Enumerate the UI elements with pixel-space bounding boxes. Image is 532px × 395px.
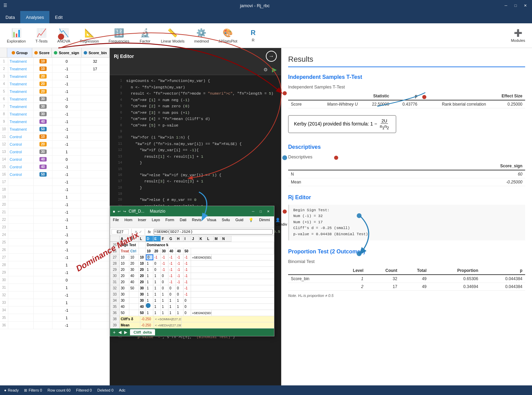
cell-33-b[interactable] — [129, 291, 139, 297]
toolbar-jjstatsplot[interactable]: 🎨 JJStatsPlot — [214, 25, 241, 46]
toolbar-modules[interactable]: ➕ Modules — [507, 25, 529, 46]
cell-29-h[interactable]: -1 — [176, 267, 184, 273]
cell-30-f[interactable]: 0 — [161, 273, 168, 279]
cell-36-g[interactable]: 1 — [168, 310, 176, 316]
cell-36-d[interactable]: 1 — [146, 310, 153, 316]
cell-28-b[interactable]: 20 — [129, 261, 139, 266]
excel-close-btn[interactable]: ✕ — [265, 208, 271, 214]
toolbar-regression[interactable]: 📐 Regression — [76, 25, 103, 46]
cell-31-i[interactable]: -1 — [184, 279, 191, 285]
cell-31-g[interactable]: -1 — [168, 279, 176, 285]
cell-35-h[interactable]: 1 — [176, 304, 184, 310]
cell-32-e[interactable]: 1 — [153, 285, 161, 291]
rj-settings-btn[interactable]: ⚙ — [263, 67, 268, 72]
excel-menu-data[interactable]: Dati — [177, 216, 189, 228]
cell-34-e[interactable]: 1 — [153, 298, 161, 303]
cell-29-d[interactable]: 1 — [146, 267, 153, 273]
cell-34-g[interactable]: 1 — [168, 298, 176, 303]
cell-35-i[interactable]: 0 — [184, 304, 191, 310]
cell-30-l[interactable]: 20 — [139, 273, 146, 279]
cell-29-a[interactable]: 20 — [120, 267, 129, 273]
cell-36-i[interactable]: 0 — [184, 310, 191, 316]
cell-34-h[interactable]: 1 — [176, 298, 184, 303]
col-header-score-bin[interactable]: Score_bin — [82, 48, 109, 57]
cell-33-l[interactable]: 30 — [139, 291, 146, 297]
cell-30-e[interactable]: 1 — [153, 273, 161, 279]
excel-menu-insert[interactable]: Inser — [135, 216, 149, 228]
cell-33-e[interactable]: 1 — [153, 291, 161, 297]
cell-26-treatment[interactable]: Treat. — [120, 248, 129, 254]
cell-29-g[interactable]: -1 — [168, 267, 176, 273]
close-button[interactable]: ✕ — [522, 2, 529, 9]
cell-27-g[interactable]: -1 — [168, 254, 176, 260]
cell-35-g[interactable]: 1 — [168, 304, 176, 310]
cell-28-l[interactable]: 10 — [139, 261, 146, 266]
excel-menu-guid[interactable]: Guid — [233, 216, 246, 228]
cell-33-f[interactable]: 1 — [161, 291, 168, 297]
cell-25-L[interactable] — [139, 242, 146, 248]
cell-36-h[interactable]: 1 — [176, 310, 184, 316]
excel-redo-btn[interactable]: ↪ — [123, 210, 126, 213]
toolbar-linear-models[interactable]: 📏 Linear Models — [157, 25, 189, 46]
cell-32-h[interactable]: 0 — [176, 285, 184, 291]
menu-data[interactable]: Data — [0, 11, 20, 23]
excel-menu-file[interactable]: File — [110, 216, 122, 228]
cell-28-f[interactable]: -1 — [161, 261, 168, 266]
cell-33-h[interactable]: 0 — [176, 291, 184, 297]
rj-run-btn[interactable]: ▶ — [272, 66, 277, 73]
cell-27-l[interactable]: 10 — [139, 254, 146, 260]
excel-menu-form[interactable]: Form — [163, 216, 177, 228]
excel-undo-btn[interactable]: ↩ — [118, 210, 120, 213]
cell-27-b[interactable]: 10 — [129, 254, 139, 260]
toolbar-frequencies[interactable]: 🔢 Frequencies — [104, 25, 133, 46]
cell-29-e[interactable]: 0 — [153, 267, 161, 273]
cell-29-i[interactable]: -1 — [184, 267, 191, 273]
toolbar-medmod[interactable]: ⚙️ medmod — [190, 25, 213, 46]
cell-30-h[interactable]: -1 — [176, 273, 184, 279]
cell-38-value[interactable]: -0.250 — [140, 316, 154, 322]
cell-36-l[interactable]: 50 — [139, 310, 146, 316]
cell-39-value[interactable]: -0.250 — [140, 322, 154, 328]
cell-27-i[interactable]: -1 — [184, 254, 191, 260]
excel-formula-input[interactable] — [154, 229, 273, 235]
cell-30-b[interactable]: 40 — [129, 273, 139, 279]
cell-25-A[interactable]: Sign Test — [120, 242, 139, 248]
cell-34-a[interactable]: 30 — [120, 298, 129, 303]
cell-31-a[interactable]: 20 — [120, 279, 129, 285]
minimize-button[interactable]: ─ — [503, 2, 509, 9]
excel-menu-view[interactable]: Visua — [204, 216, 219, 228]
cell-32-f[interactable]: 0 — [161, 285, 168, 291]
cell-34-f[interactable]: 1 — [161, 298, 168, 303]
cell-32-g[interactable]: 0 — [168, 285, 176, 291]
cell-33-d[interactable]: 1 — [146, 291, 153, 297]
excel-restore-btn[interactable]: □ — [258, 208, 264, 214]
excel-menu-review[interactable]: Revis — [189, 216, 204, 228]
cell-30-i[interactable]: -1 — [184, 273, 191, 279]
cell-35-f[interactable]: 1 — [161, 304, 168, 310]
cell-28-e[interactable]: 0 — [153, 261, 161, 266]
cell-31-h[interactable]: -1 — [176, 279, 184, 285]
cell-32-i[interactable]: -1 — [184, 285, 191, 291]
excel-cell-ref[interactable] — [111, 229, 129, 235]
cell-28-g[interactable]: -1 — [168, 261, 176, 266]
cell-29-f[interactable]: -1 — [161, 267, 168, 273]
excel-menu-lamp[interactable]: 💡 — [246, 216, 256, 228]
toolbar-exploration[interactable]: 📊 Exploration — [3, 25, 30, 46]
col-header-score-sign[interactable]: Score_sign — [52, 48, 81, 57]
cell-35-d[interactable]: 1 — [146, 304, 153, 310]
cell-32-l[interactable]: 30 — [139, 285, 146, 291]
cell-31-b[interactable]: 40 — [129, 279, 139, 285]
toolbar-r[interactable]: R R — [243, 25, 263, 46]
cell-34-b[interactable] — [129, 298, 139, 303]
formula-confirm[interactable]: ✓ — [139, 230, 142, 234]
cell-33-i[interactable]: -1 — [184, 291, 191, 297]
col-header-score[interactable]: Score — [32, 48, 52, 57]
excel-nav-left[interactable]: ◀ — [118, 330, 121, 335]
cell-27-a[interactable]: 10 — [120, 254, 129, 260]
cell-29-l[interactable]: 20 — [139, 267, 146, 273]
cell-32-d[interactable]: 1 — [146, 285, 153, 291]
toolbar-factor[interactable]: 🔬 Factor — [135, 25, 155, 46]
cell-36-e[interactable]: 1 — [153, 310, 161, 316]
cell-34-d[interactable]: 1 — [146, 298, 153, 303]
cell-28-d[interactable]: 1 — [146, 261, 153, 266]
